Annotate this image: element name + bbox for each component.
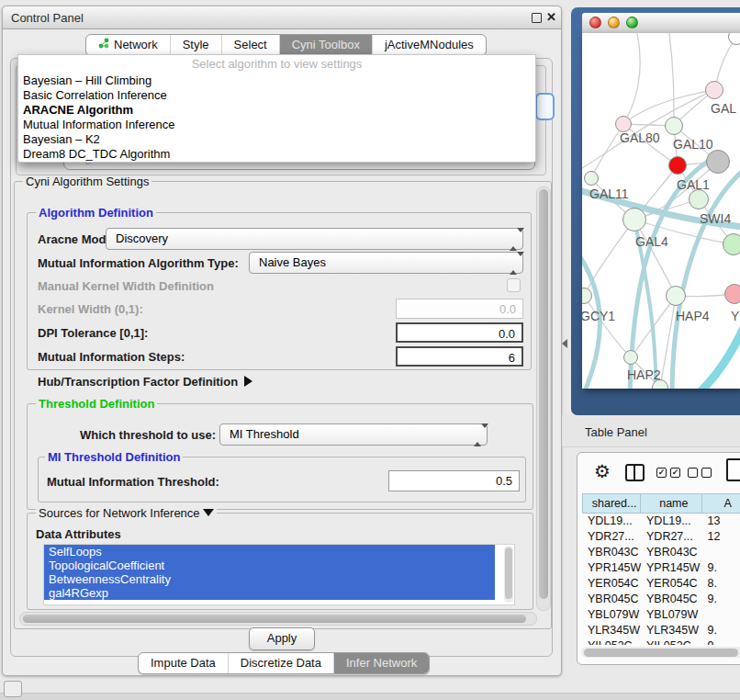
stepper-icon — [510, 256, 516, 270]
table-cell[interactable]: 8. — [702, 576, 740, 592]
window-close-button[interactable] — [589, 17, 601, 28]
aracne-mode-combobox[interactable]: Discovery — [106, 228, 523, 250]
tab-style[interactable]: Style — [170, 35, 221, 55]
control-panel-titlebar[interactable]: Control Panel ✕ — [3, 6, 561, 29]
table-horizontal-scrollbar[interactable] — [581, 647, 740, 658]
table-cell[interactable]: YDR27... — [582, 529, 641, 545]
table-cell[interactable]: 9. — [702, 592, 740, 607]
network-node-gal[interactable] — [705, 81, 723, 99]
attributes-list-scrollbar[interactable] — [504, 546, 513, 603]
algorithm-option-bayesian-hill-climbing[interactable]: Bayesian – Hill Climbing — [18, 73, 535, 88]
column-header-shared-name[interactable]: shared... — [582, 493, 641, 514]
table-cell[interactable]: 12 — [702, 529, 740, 545]
column-header-partial[interactable]: A — [702, 493, 740, 514]
network-node-hap2[interactable] — [623, 350, 638, 365]
tab-infer-network[interactable]: Infer Network — [333, 653, 429, 673]
algorithm-combobox-focus-fragment[interactable] — [535, 93, 555, 120]
minimized-panel-icon[interactable] — [4, 681, 22, 697]
table-cell[interactable]: 9 — [702, 638, 740, 645]
dpi-tolerance-input[interactable]: 0.0 — [396, 322, 523, 343]
table-cell[interactable]: YBL079W — [582, 607, 641, 623]
column-header-name[interactable]: name — [641, 493, 701, 514]
attribute-item-topologicalcoefficient[interactable]: TopologicalCoefficient — [44, 559, 495, 572]
apply-button[interactable]: Apply — [249, 627, 315, 650]
algorithm-option-aracne[interactable]: ARACNE Algorithm — [18, 103, 535, 118]
mi-algorithm-type-combobox[interactable]: Naive Bayes — [249, 252, 523, 274]
table-row[interactable]: YDL19...YDL19...13 — [582, 514, 740, 529]
network-window-titlebar[interactable] — [582, 13, 740, 34]
tab-discretize-data[interactable]: Discretize Data — [228, 653, 333, 673]
table-cell[interactable]: 13 — [702, 514, 740, 529]
table-cell[interactable]: YPR145W — [641, 560, 702, 576]
select-all-checkboxes-icon[interactable]: ✓✓ — [656, 468, 680, 478]
attribute-item-gal4rgexp[interactable]: gal4RGexp — [44, 586, 495, 600]
table-cell[interactable]: YER054C — [582, 576, 641, 592]
table-cell[interactable]: YER054C — [641, 576, 702, 592]
mi-steps-input[interactable]: 6 — [396, 346, 523, 367]
table-cell[interactable]: YBR045C — [641, 592, 702, 607]
algorithm-option-mutual-information[interactable]: Mutual Information Inference — [18, 118, 535, 132]
tab-select[interactable]: Select — [221, 35, 279, 55]
algorithm-option-dream8[interactable]: Dream8 DC_TDC Algorithm — [18, 147, 535, 162]
table-row[interactable]: YBR045CYBR045C9. — [582, 592, 740, 607]
tab-impute-data[interactable]: Impute Data — [139, 653, 228, 673]
manual-kernel-width-checkbox[interactable] — [507, 278, 521, 292]
which-threshold-combobox[interactable]: MI Threshold — [219, 423, 488, 446]
network-node-gal1[interactable] — [668, 156, 687, 175]
float-window-icon[interactable] — [532, 13, 542, 23]
network-node-gal11[interactable] — [584, 171, 599, 186]
close-icon[interactable]: ✕ — [546, 10, 556, 24]
table-cell[interactable]: YIL052C — [582, 638, 641, 645]
network-node-gal10[interactable] — [665, 117, 683, 135]
table-cell[interactable]: YPR145W — [582, 560, 641, 576]
tab-jactivemnodules[interactable]: jActiveMNodules — [372, 35, 486, 55]
network-node-swi4[interactable] — [689, 189, 709, 209]
table-row[interactable]: YLR345WYLR345W9. — [582, 623, 740, 638]
window-zoom-button[interactable] — [626, 17, 638, 28]
deselect-all-checkboxes-icon[interactable] — [688, 468, 712, 478]
table-cell[interactable] — [702, 545, 740, 560]
table-cell[interactable]: YDL19... — [582, 514, 641, 529]
tab-cyni-toolbox[interactable]: Cyni Toolbox — [279, 35, 372, 55]
table-cell[interactable]: YDL19... — [641, 514, 702, 529]
table-cell[interactable]: YBR043C — [582, 545, 641, 560]
tab-network[interactable]: Network — [86, 35, 170, 55]
network-node-y[interactable] — [724, 284, 740, 304]
attribute-item-selfloops[interactable]: SelfLoops — [44, 545, 495, 559]
table-row[interactable]: YBL079WYBL079W — [582, 607, 740, 623]
window-minimize-button[interactable] — [608, 17, 620, 28]
table-cell[interactable]: YBR043C — [641, 545, 702, 560]
panel-splitter-arrow-icon[interactable] — [562, 339, 567, 348]
settings-vertical-scrollbar[interactable] — [536, 186, 551, 611]
network-canvas[interactable]: GALGAL80GAL10GAL1GAL11SWI4GAL4GCY1HAP4YH… — [582, 33, 740, 389]
table-row[interactable]: YIL052CYIL052C9 — [582, 638, 740, 645]
hub-definition-toggle[interactable]: Hub/Transcription Factor Definition — [38, 375, 252, 389]
network-node-hap4[interactable] — [666, 286, 686, 306]
file-icon[interactable] — [726, 458, 740, 481]
table-cell[interactable]: 9. — [702, 560, 740, 576]
mi-threshold-input[interactable]: 0.5 — [388, 470, 520, 491]
table-row[interactable]: YER054CYER054C8. — [582, 576, 740, 592]
table-cell[interactable] — [702, 607, 740, 623]
gear-icon[interactable]: ⚙ — [594, 460, 611, 482]
sources-legend[interactable]: Sources for Network Inference — [36, 507, 217, 520]
table-row[interactable]: YDR27...YDR27...12 — [582, 529, 740, 545]
algorithm-option-basic-correlation[interactable]: Basic Correlation Inference — [18, 88, 535, 103]
settings-horizontal-scrollbar[interactable] — [19, 612, 537, 626]
kernel-width-input[interactable]: 0.0 — [396, 299, 523, 319]
table-cell[interactable]: YIL052C — [641, 638, 702, 645]
network-node[interactable] — [706, 150, 730, 174]
network-node-gal4[interactable] — [622, 208, 646, 231]
table-cell[interactable]: YBR045C — [582, 592, 641, 607]
columns-icon[interactable] — [625, 464, 645, 481]
table-cell[interactable]: YLR345W — [582, 623, 641, 638]
network-node[interactable] — [723, 233, 740, 255]
table-row[interactable]: YBR043CYBR043C — [582, 545, 740, 560]
table-row[interactable]: YPR145WYPR145W9. — [582, 560, 740, 576]
algorithm-option-bayesian-k2[interactable]: Bayesian – K2 — [18, 132, 535, 147]
table-cell[interactable]: YDR27... — [641, 529, 702, 545]
table-cell[interactable]: 9. — [702, 623, 740, 638]
attribute-item-betweennesscentrality[interactable]: BetweennessCentrality — [44, 572, 495, 586]
table-cell[interactable]: YBL079W — [641, 607, 702, 623]
table-cell[interactable]: YLR345W — [641, 623, 702, 638]
